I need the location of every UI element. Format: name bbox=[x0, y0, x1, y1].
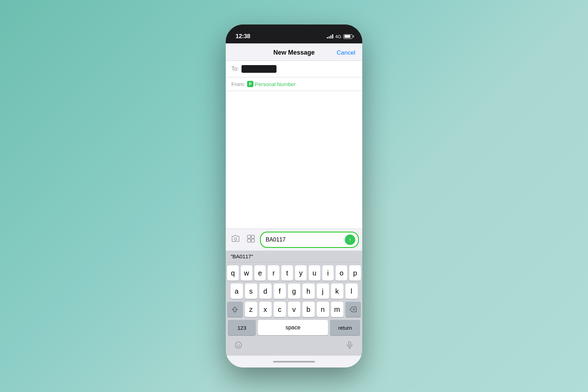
page-title: New Message bbox=[273, 49, 315, 56]
key-p[interactable]: p bbox=[349, 265, 361, 281]
message-input[interactable]: BA0117 bbox=[266, 237, 345, 243]
shift-key[interactable] bbox=[227, 302, 243, 317]
autocomplete-bar: "BA0117" bbox=[226, 251, 362, 262]
delete-key[interactable] bbox=[345, 302, 361, 317]
input-toolbar: BA0117 ↑ bbox=[226, 229, 362, 251]
keyboard-row-3: z x c v b n m bbox=[227, 302, 361, 317]
status-time: 12:38 bbox=[236, 33, 250, 40]
emoji-button[interactable] bbox=[232, 339, 245, 351]
microphone-button[interactable] bbox=[343, 339, 356, 351]
key-h[interactable]: h bbox=[302, 284, 315, 299]
key-l[interactable]: l bbox=[345, 284, 358, 299]
key-o[interactable]: o bbox=[336, 265, 347, 281]
nav-bar: New Message Cancel bbox=[226, 43, 362, 61]
key-d[interactable]: d bbox=[259, 284, 272, 299]
recipient-field[interactable] bbox=[241, 65, 276, 73]
keyboard-bottom-bar bbox=[227, 337, 361, 354]
signal-bars-icon bbox=[327, 34, 333, 38]
home-indicator bbox=[226, 356, 362, 368]
key-t[interactable]: t bbox=[281, 265, 293, 281]
keyboard-row-2: a s d f g h j k l bbox=[227, 284, 361, 299]
signal-text: 4G bbox=[335, 34, 341, 39]
key-r[interactable]: r bbox=[268, 265, 279, 281]
appstore-button[interactable] bbox=[245, 233, 257, 246]
key-x[interactable]: x bbox=[259, 302, 272, 317]
phone-content: New Message Cancel To: From: P Personal … bbox=[226, 43, 362, 368]
status-bar: 12:38 4G bbox=[226, 24, 362, 43]
phone-frame: 12:38 4G New Message Cancel To: bbox=[226, 24, 362, 368]
camera-icon bbox=[231, 234, 240, 245]
key-a[interactable]: a bbox=[231, 284, 243, 299]
personal-number-icon: P bbox=[247, 81, 253, 87]
svg-point-5 bbox=[235, 342, 241, 348]
key-k[interactable]: k bbox=[331, 284, 343, 299]
key-u[interactable]: u bbox=[309, 265, 320, 281]
key-q[interactable]: q bbox=[227, 265, 239, 281]
autocomplete-suggestion[interactable]: "BA0117" bbox=[231, 253, 253, 259]
key-z[interactable]: z bbox=[245, 302, 257, 317]
keyboard-bottom-row: 123 space return bbox=[227, 320, 361, 335]
send-arrow-icon: ↑ bbox=[349, 237, 351, 243]
key-s[interactable]: s bbox=[245, 284, 257, 299]
message-input-wrapper: BA0117 ↑ bbox=[260, 232, 359, 248]
numbers-key[interactable]: 123 bbox=[228, 320, 256, 335]
key-m[interactable]: m bbox=[331, 302, 343, 317]
key-y[interactable]: y bbox=[295, 265, 307, 281]
key-g[interactable]: g bbox=[288, 284, 300, 299]
message-body[interactable] bbox=[226, 91, 362, 229]
svg-point-7 bbox=[239, 344, 240, 345]
space-key[interactable]: space bbox=[258, 320, 328, 335]
keyboard-row-1: q w e r t y u i o p bbox=[227, 265, 361, 281]
key-f[interactable]: f bbox=[274, 284, 286, 299]
cancel-button[interactable]: Cancel bbox=[337, 49, 355, 56]
keyboard: q w e r t y u i o p a s d f g h j k bbox=[226, 262, 362, 356]
svg-rect-8 bbox=[349, 342, 351, 345]
key-j[interactable]: j bbox=[317, 284, 329, 299]
key-b[interactable]: b bbox=[302, 302, 315, 317]
to-label: To: bbox=[231, 66, 239, 72]
from-number[interactable]: Personal Number bbox=[255, 81, 296, 87]
battery-icon bbox=[343, 34, 352, 39]
svg-point-6 bbox=[237, 344, 238, 345]
from-label: From: bbox=[231, 81, 245, 87]
key-w[interactable]: w bbox=[241, 265, 252, 281]
return-key[interactable]: return bbox=[330, 320, 360, 335]
svg-point-0 bbox=[234, 238, 237, 240]
svg-rect-3 bbox=[247, 239, 251, 242]
camera-button[interactable] bbox=[229, 233, 242, 246]
key-n[interactable]: n bbox=[317, 302, 329, 317]
to-field: To: bbox=[226, 61, 362, 77]
svg-rect-1 bbox=[247, 235, 251, 238]
svg-rect-4 bbox=[251, 239, 254, 242]
home-bar bbox=[273, 361, 315, 363]
key-c[interactable]: c bbox=[274, 302, 286, 317]
send-button[interactable]: ↑ bbox=[345, 234, 355, 245]
svg-rect-2 bbox=[251, 235, 254, 238]
appstore-icon bbox=[247, 234, 255, 245]
key-i[interactable]: i bbox=[322, 265, 334, 281]
status-icons: 4G bbox=[327, 34, 352, 39]
key-e[interactable]: e bbox=[254, 265, 266, 281]
from-field: From: P Personal Number bbox=[226, 77, 362, 91]
key-v[interactable]: v bbox=[288, 302, 300, 317]
